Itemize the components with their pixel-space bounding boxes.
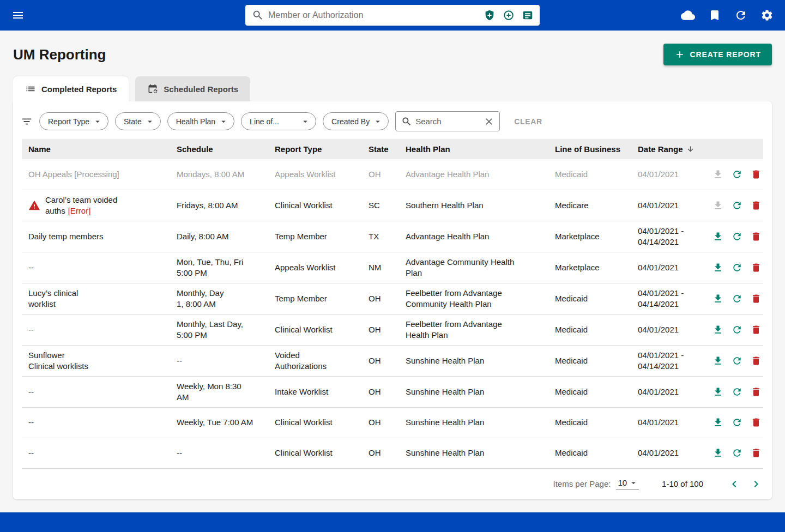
delete-report-button[interactable] bbox=[749, 446, 763, 460]
chevron-down-icon bbox=[145, 117, 155, 126]
report-schedule: -- bbox=[177, 448, 182, 457]
report-schedule: Mondays, 8:00 AM bbox=[177, 170, 244, 179]
rerun-report-button[interactable] bbox=[730, 261, 744, 275]
authorization-card-icon[interactable] bbox=[520, 8, 535, 23]
delete-report-button[interactable] bbox=[749, 292, 763, 306]
table-row: Carol’s team voided auths[Error] Fridays… bbox=[22, 190, 763, 221]
report-name: Lucy’s clinical worklist bbox=[28, 288, 78, 309]
report-name: Sunflower Clinical worklists bbox=[28, 350, 88, 371]
warning-icon bbox=[28, 200, 40, 211]
report-date-range: 04/01/2021 bbox=[638, 263, 679, 272]
table-search bbox=[395, 111, 500, 131]
header-line-of-business: Line of Business bbox=[548, 139, 631, 159]
report-health-plan: Feelbetter from Advantage Community Heal… bbox=[406, 288, 502, 309]
rerun-report-button[interactable] bbox=[730, 167, 744, 182]
header-actions bbox=[706, 139, 763, 159]
report-line-of-business: Medicaid bbox=[555, 387, 588, 396]
download-report-button[interactable] bbox=[711, 354, 725, 368]
table-row: Daily temp members Daily, 8:00 AM Temp M… bbox=[22, 221, 763, 252]
download-report-button[interactable] bbox=[711, 385, 725, 399]
create-report-button[interactable]: CREATE REPORT bbox=[663, 44, 772, 65]
sort-desc-icon bbox=[686, 145, 695, 153]
report-date-range: 04/01/2021 bbox=[638, 387, 679, 396]
rerun-report-button[interactable] bbox=[730, 292, 744, 306]
report-name: -- bbox=[28, 325, 34, 334]
download-report-button[interactable] bbox=[711, 167, 725, 182]
download-report-button[interactable] bbox=[711, 446, 725, 460]
rerun-report-button[interactable] bbox=[730, 323, 744, 337]
cloud-icon[interactable] bbox=[679, 7, 697, 24]
filter-report-type[interactable]: Report Type bbox=[39, 112, 108, 130]
table-row: Sunflower Clinical worklists -- Voided A… bbox=[22, 345, 763, 376]
filter-health-plan[interactable]: Health Plan bbox=[167, 112, 234, 130]
download-report-button[interactable] bbox=[711, 261, 725, 275]
rerun-report-button[interactable] bbox=[730, 415, 744, 430]
rerun-report-button[interactable] bbox=[730, 229, 744, 244]
report-date-range: 04/01/2021 bbox=[638, 201, 679, 210]
delete-report-button[interactable] bbox=[749, 229, 763, 244]
global-search-input[interactable] bbox=[268, 10, 478, 20]
report-line-of-business: Medicare bbox=[555, 201, 589, 210]
table-search-input[interactable] bbox=[415, 117, 479, 126]
topbar-actions bbox=[679, 7, 775, 24]
report-type: Clinical Worklist bbox=[275, 418, 333, 427]
list-icon bbox=[25, 83, 36, 94]
rerun-report-button[interactable] bbox=[730, 446, 744, 460]
clear-search-icon[interactable] bbox=[482, 114, 496, 129]
tab-scheduled-reports[interactable]: Scheduled Reports bbox=[135, 76, 250, 101]
items-per-page-select[interactable]: 10 bbox=[616, 478, 639, 490]
next-page-button[interactable] bbox=[748, 476, 764, 492]
report-name: Daily temp members bbox=[28, 232, 104, 241]
reports-table-wrap: Name Schedule Report Type State Health P… bbox=[13, 139, 772, 469]
items-per-page-label: Items per Page: bbox=[553, 479, 611, 488]
header-report-type: Report Type bbox=[268, 139, 362, 159]
delete-report-button[interactable] bbox=[749, 415, 763, 430]
rerun-report-button[interactable] bbox=[730, 354, 744, 368]
report-state: SC bbox=[369, 201, 380, 210]
settings-gear-icon[interactable] bbox=[759, 7, 775, 23]
download-report-button[interactable] bbox=[711, 323, 725, 337]
pagination-bar: Items per Page: 10 1-10 of 100 bbox=[13, 469, 772, 499]
download-report-button[interactable] bbox=[711, 415, 725, 430]
report-schedule: Weekly, Mon 8:30 AM bbox=[177, 382, 241, 402]
download-report-button[interactable] bbox=[711, 229, 725, 244]
medical-badge-icon[interactable] bbox=[501, 8, 516, 23]
filter-created-by[interactable]: Created By bbox=[323, 112, 389, 130]
report-line-of-business: Medicaid bbox=[555, 448, 588, 457]
report-health-plan: Advantage Health Plan bbox=[406, 232, 489, 241]
report-date-range: 04/01/2021 bbox=[638, 325, 679, 334]
report-name: -- bbox=[28, 263, 34, 272]
report-type: Appeals Worklist bbox=[275, 170, 335, 179]
bookmark-icon[interactable] bbox=[706, 7, 723, 23]
report-line-of-business: Medicaid bbox=[555, 325, 588, 334]
menu-icon[interactable] bbox=[10, 7, 26, 23]
add-member-shield-icon[interactable] bbox=[482, 8, 497, 23]
delete-report-button[interactable] bbox=[749, 167, 763, 182]
report-line-of-business: Medicaid bbox=[555, 294, 588, 303]
report-name: -- bbox=[28, 418, 34, 427]
header-date-range[interactable]: Date Range bbox=[631, 139, 706, 159]
report-health-plan: Feelbetter from Advantage Health Plan bbox=[406, 319, 502, 340]
filter-line-of-business[interactable]: Line of... bbox=[241, 112, 316, 130]
delete-report-button[interactable] bbox=[749, 385, 763, 399]
clear-filters-button[interactable]: CLEAR bbox=[514, 117, 542, 126]
filter-state[interactable]: State bbox=[115, 112, 161, 130]
page-range-label: 1-10 of 100 bbox=[662, 479, 703, 488]
previous-page-button[interactable] bbox=[726, 476, 742, 492]
rerun-report-button[interactable] bbox=[730, 385, 744, 399]
delete-report-button[interactable] bbox=[749, 323, 763, 337]
table-row: -- Weekly, Mon 8:30 AM Intake Worklist O… bbox=[22, 376, 763, 407]
delete-report-button[interactable] bbox=[749, 261, 763, 275]
delete-report-button[interactable] bbox=[749, 198, 763, 213]
download-report-button[interactable] bbox=[711, 198, 725, 213]
report-health-plan: Sunshine Health Plan bbox=[406, 418, 484, 427]
report-date-range: 04/01/2021 bbox=[638, 448, 679, 457]
report-schedule: Daily, 8:00 AM bbox=[177, 232, 229, 241]
table-row: -- Mon, Tue, Thu, Fri 5:00 PM Appeals Wo… bbox=[22, 252, 763, 283]
rerun-report-button[interactable] bbox=[730, 198, 744, 213]
tab-completed-reports[interactable]: Completed Reports bbox=[13, 76, 129, 101]
filter-bar: Report Type State Health Plan Line of...… bbox=[13, 101, 772, 139]
refresh-icon[interactable] bbox=[733, 7, 749, 23]
delete-report-button[interactable] bbox=[749, 354, 763, 368]
download-report-button[interactable] bbox=[711, 292, 725, 306]
